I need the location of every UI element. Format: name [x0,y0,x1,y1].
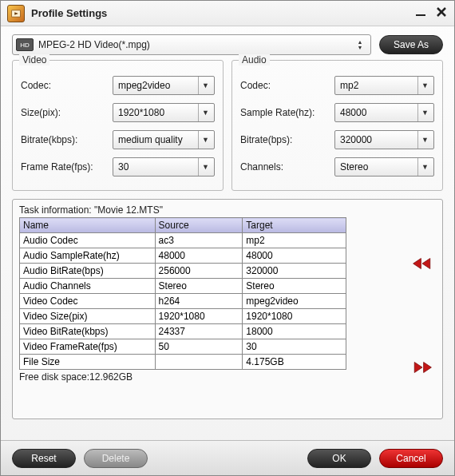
ok-button[interactable]: OK [307,449,371,468]
app-icon [7,5,25,22]
save-as-button[interactable]: Save As [379,35,443,54]
video-size-label: Size(pix): [21,107,113,118]
svg-rect-2 [416,14,425,16]
task-info-panel: Task information: "Movie 12.MTS" Name So… [12,199,443,419]
titlebar: Profile Settings [1,1,454,26]
chevron-down-icon: ▼ [198,131,212,149]
table-row: Audio SampleRate(hz)4800048000 [20,248,346,264]
audio-samplerate-label: Sample Rate(hz): [240,107,334,118]
table-cell: Audio BitRate(bps) [20,264,156,279]
chevron-down-icon: ▼ [417,77,432,94]
table-row: Video Codech264mpeg2video [20,294,346,309]
table-cell: File Size [20,355,156,370]
profile-settings-window: Profile Settings HD MPEG-2 HD Video(*.mp… [0,0,455,476]
audio-channels-select[interactable]: Stereo ▼ [334,157,434,177]
video-size-value: 1920*1080 [118,107,198,118]
svg-marker-8 [424,363,432,373]
table-cell: 50 [155,339,243,355]
table-cell: h264 [155,294,243,309]
audio-legend: Audio [239,54,270,65]
table-row: Video Size(pix)1920*10801920*1080 [20,309,346,324]
video-size-select[interactable]: 1920*1080 ▼ [113,103,215,122]
video-framerate-label: Frame Rate(fps): [21,161,113,173]
video-codec-select[interactable]: mpeg2video ▼ [113,76,215,95]
task-info-label: Task information: "Movie 12.MTS" [19,204,436,216]
prev-task-button[interactable] [412,256,433,274]
table-cell: 24337 [155,324,243,339]
audio-channels-value: Stereo [340,161,417,173]
chevron-down-icon: ▼ [198,77,212,94]
audio-codec-label: Codec: [240,80,334,91]
audio-bitrate-value: 320000 [340,134,417,145]
audio-codec-select[interactable]: mp2 ▼ [334,76,434,95]
col-header-target[interactable]: Target [243,218,346,233]
chevron-down-icon: ▼ [198,158,212,176]
table-row: Video FrameRate(fps)5030 [20,339,346,355]
video-bitrate-select[interactable]: medium quality ▼ [113,130,215,149]
table-cell: Video FrameRate(fps) [20,339,156,355]
svg-marker-5 [413,259,421,269]
video-codec-value: mpeg2video [118,80,198,91]
table-row: Audio BitRate(bps)256000320000 [20,264,346,279]
audio-channels-label: Channels: [240,161,334,173]
task-info-table: Name Source Target Audio Codecac3mp2Audi… [19,217,346,370]
video-legend: Video [19,54,49,65]
table-cell: 256000 [155,264,243,279]
table-row: Audio ChannelsStereoStereo [20,279,346,294]
minimize-button[interactable] [414,6,427,21]
audio-samplerate-value: 48000 [340,107,417,118]
window-controls [414,6,448,21]
table-cell: Audio Channels [20,279,156,294]
table-cell: Stereo [155,279,243,294]
chevron-down-icon: ▼ [417,104,432,121]
profile-select-text: MPEG-2 HD Video(*.mpg) [38,39,353,50]
svg-marker-6 [422,259,430,269]
table-cell: mpeg2video [243,294,346,309]
table-cell: Video BitRate(kbps) [20,324,156,339]
table-cell: 320000 [243,264,346,279]
window-title: Profile Settings [31,7,414,19]
table-cell: 4.175GB [243,355,346,370]
table-cell: 1920*1080 [155,309,243,324]
video-group: Video Codec: mpeg2video ▼ Size(pix): 192… [12,60,224,191]
audio-samplerate-select[interactable]: 48000 ▼ [334,103,434,122]
table-cell: 1920*1080 [243,309,346,324]
table-cell: Video Codec [20,294,156,309]
video-framerate-value: 30 [118,161,198,173]
table-row: Audio Codecac3mp2 [20,233,346,248]
footer: Reset Delete OK Cancel [1,440,454,475]
table-cell: Video Size(pix) [20,309,156,324]
top-row: HD MPEG-2 HD Video(*.mpg) ▲▼ Save As [1,26,454,60]
table-cell: Audio SampleRate(hz) [20,248,156,264]
chevron-down-icon: ▼ [417,131,432,149]
chevron-down-icon: ▼ [417,158,432,176]
video-framerate-select[interactable]: 30 ▼ [113,157,215,177]
profile-select[interactable]: HD MPEG-2 HD Video(*.mpg) ▲▼ [12,34,371,55]
audio-bitrate-label: Bitrate(bps): [240,134,334,145]
cancel-button[interactable]: Cancel [379,449,443,468]
col-header-name[interactable]: Name [20,218,156,233]
next-task-button[interactable] [412,359,433,378]
svg-marker-7 [414,363,422,373]
close-button[interactable] [435,6,448,21]
table-cell: mp2 [243,233,346,248]
table-row: File Size4.175GB [20,355,346,370]
table-cell: 30 [243,339,346,355]
table-cell: ac3 [155,233,243,248]
video-codec-label: Codec: [21,80,113,91]
settings-groups: Video Codec: mpeg2video ▼ Size(pix): 192… [1,60,454,191]
col-header-source[interactable]: Source [155,218,243,233]
audio-bitrate-select[interactable]: 320000 ▼ [334,130,434,149]
chevron-down-icon: ▼ [198,104,212,121]
table-cell: 48000 [243,248,346,264]
hd-badge-icon: HD [16,38,34,51]
audio-codec-value: mp2 [340,80,417,91]
free-disk-label: Free disk space:12.962GB [19,371,436,383]
table-cell: Stereo [243,279,346,294]
profile-spinner-icon[interactable]: ▲▼ [353,39,367,50]
reset-button[interactable]: Reset [12,449,76,468]
table-cell: 18000 [243,324,346,339]
delete-button[interactable]: Delete [84,449,148,468]
table-row: Video BitRate(kbps)2433718000 [20,324,346,339]
video-bitrate-value: medium quality [118,134,198,145]
